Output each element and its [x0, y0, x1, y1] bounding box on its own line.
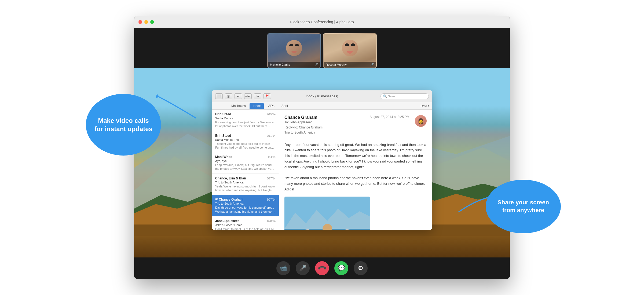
michelle-label: Michelle Clarke 🎤 — [268, 62, 320, 68]
email-app: ⬜ 🗑 ↩ ↩↩ ↪ 🚩 Inbox (10 messages) 🔍 Searc… — [212, 90, 432, 230]
email-item-4[interactable]: ✉ Chance Graham 8/27/14 Trip to South Am… — [212, 195, 279, 216]
settings-button[interactable]: ⚙ — [354, 261, 368, 275]
close-button[interactable] — [138, 20, 142, 24]
email-divider — [284, 139, 427, 139]
video-thumbnails: Michelle Clarke 🎤 Rosetta Murphy — [267, 33, 377, 68]
email-item-0[interactable]: Erin Steed 9/15/14 Santa Monica It's ama… — [212, 110, 279, 131]
ei-sender-1: Erin Steed — [215, 134, 231, 138]
email-item-2[interactable]: Mani White 9/4/14 Aye, aye Long overdue,… — [212, 152, 279, 174]
bottom-control-bar: 📹 🎤 📞 💬 ⚙ — [134, 257, 510, 279]
flag-btn[interactable]: 🚩 — [264, 93, 271, 99]
ei-date-3: 8/27/14 — [267, 177, 276, 180]
ei-date-0: 9/15/14 — [267, 113, 276, 116]
email-item-3[interactable]: Chance, Erin & Blair 8/27/14 Trip to Sou… — [212, 174, 279, 195]
email-photo-svg — [284, 197, 370, 230]
email-tabs: Mailboxes Inbox VIPs Sent Date ▾ — [212, 102, 432, 110]
mac-window: Flock Video Conferencing | AlphaCorp — [134, 16, 510, 279]
video-toggle-button[interactable]: 📹 — [276, 261, 290, 275]
ei-preview-0: It's amazing how time just flew by. We t… — [215, 120, 276, 128]
email-search[interactable]: 🔍 Search — [380, 93, 429, 99]
ei-sender-2: Mani White — [215, 155, 232, 159]
archive-btn[interactable]: ⬜ — [215, 93, 223, 99]
email-reading-pane: Chance Graham To: John Appleseed Reply-T… — [279, 110, 432, 230]
tab-vips[interactable]: VIPs — [264, 103, 277, 109]
ei-preview-3: Yeah. We're having so much fun, I don't … — [215, 185, 276, 192]
chat-toggle-button[interactable]: 💬 — [334, 261, 348, 275]
search-placeholder: Search — [388, 95, 397, 98]
phone-icon: 📞 — [317, 263, 327, 273]
video-thumb-michelle[interactable]: Michelle Clarke 🎤 — [267, 33, 321, 68]
sender-avatar: 👩 — [415, 115, 427, 127]
michelle-name: Michelle Clarke — [270, 63, 290, 66]
tab-inbox[interactable]: Inbox — [250, 103, 264, 109]
ei-preview-1: Thought you might get a kick out of thes… — [215, 142, 276, 150]
ei-date-1: 9/11/14 — [267, 134, 276, 137]
email-body: Erin Steed 9/15/14 Santa Monica It's ama… — [212, 110, 432, 230]
ei-sender-3: Chance, Erin & Blair — [215, 176, 246, 180]
ec-to: To: John Appleseed — [284, 120, 323, 125]
window-controls — [138, 20, 154, 24]
window-title: Flock Video Conferencing | AlphaCorp — [290, 20, 354, 24]
ei-subject-2: Aye, aye — [215, 159, 276, 163]
left-arrow — [142, 91, 201, 123]
email-body-text: Day three of our vacation is starting of… — [284, 142, 427, 192]
ec-subject-line: Trip to South America — [284, 130, 323, 135]
ei-subject-3: Trip to South America — [215, 181, 276, 184]
email-toolbar: ⬜ 🗑 ↩ ↩↩ ↪ 🚩 Inbox (10 messages) 🔍 Searc… — [212, 90, 432, 102]
ei-subject-4: Trip to South America — [215, 202, 276, 205]
right-arrow — [456, 190, 510, 217]
email-paragraph-1: Day three of our vacation is starting of… — [284, 142, 427, 170]
ei-sender-0: Erin Steed — [215, 112, 231, 116]
date-filter-label: Date — [421, 104, 427, 108]
chat-icon: 💬 — [338, 265, 345, 272]
gear-icon: ⚙ — [358, 265, 363, 272]
email-paragraph-2: I've taken about a thousand photos and w… — [284, 175, 427, 192]
email-list: Erin Steed 9/15/14 Santa Monica It's ama… — [212, 110, 279, 230]
ei-preview-2: Long overdue, I know, but I figured I'd … — [215, 163, 276, 171]
tab-mailboxes[interactable]: Mailboxes — [228, 103, 249, 109]
video-icon: 📹 — [280, 265, 287, 272]
reply-btn[interactable]: ↩ — [235, 93, 242, 99]
mic-icon: 🎤 — [299, 265, 306, 272]
rosetta-label: Rosetta Murphy 🎤 — [324, 62, 376, 68]
ei-subject-1: Santa Monica Trip — [215, 138, 276, 141]
email-app-title: Inbox (10 messages) — [306, 94, 338, 98]
main-area: Michelle Clarke 🎤 Rosetta Murphy — [134, 28, 510, 279]
ei-preview-4: Day three of our vacation is starting of… — [215, 206, 276, 213]
tab-sent[interactable]: Sent — [278, 103, 291, 109]
forward-btn[interactable]: ↪ — [254, 93, 261, 99]
ei-preview-5: Don't forget to meet us at the field at … — [215, 227, 276, 230]
end-call-button[interactable]: 📞 — [315, 261, 329, 275]
mic-toggle-button[interactable]: 🎤 — [296, 261, 310, 275]
email-item-5[interactable]: Jane Appleseed 1/28/14 Jake's Soccer Gam… — [212, 216, 279, 230]
ei-sender-5: Jane Appleseed — [215, 219, 240, 223]
ei-date-5: 1/28/14 — [267, 220, 276, 223]
chevron-down-icon: ▾ — [428, 104, 429, 108]
ei-sender-4: ✉ Chance Graham — [215, 198, 243, 201]
maximize-button[interactable] — [150, 20, 154, 24]
title-bar: Flock Video Conferencing | AlphaCorp — [134, 16, 510, 28]
email-item-1[interactable]: Erin Steed 9/11/14 Santa Monica Trip Tho… — [212, 131, 279, 153]
ei-subject-0: Santa Monica — [215, 117, 276, 120]
ei-date-4: 8/27/14 — [267, 198, 276, 201]
video-thumb-rosetta[interactable]: Rosetta Murphy 🎤 — [323, 33, 377, 68]
outer-wrapper: Make video calls for instant updates Sha… — [0, 0, 644, 295]
minimize-button[interactable] — [144, 20, 148, 24]
rosetta-mic: 🎤 — [370, 63, 374, 67]
rosetta-name: Rosetta Murphy — [326, 63, 347, 66]
date-filter[interactable]: Date ▾ — [418, 103, 432, 109]
search-icon: 🔍 — [383, 94, 387, 98]
ec-sender: Chance Graham — [284, 115, 323, 120]
delete-btn[interactable]: 🗑 — [225, 93, 232, 99]
michelle-mic: 🎤 — [314, 63, 318, 67]
email-photo — [284, 197, 370, 230]
reply-all-btn[interactable]: ↩↩ — [244, 93, 252, 99]
ei-date-2: 9/4/14 — [268, 156, 276, 158]
ec-reply-to: Reply-To: Chance Graham — [284, 125, 323, 130]
ec-date: August 27, 2014 at 2:25 PM — [369, 115, 409, 119]
ei-subject-5: Jake's Soccer Game — [215, 223, 276, 227]
